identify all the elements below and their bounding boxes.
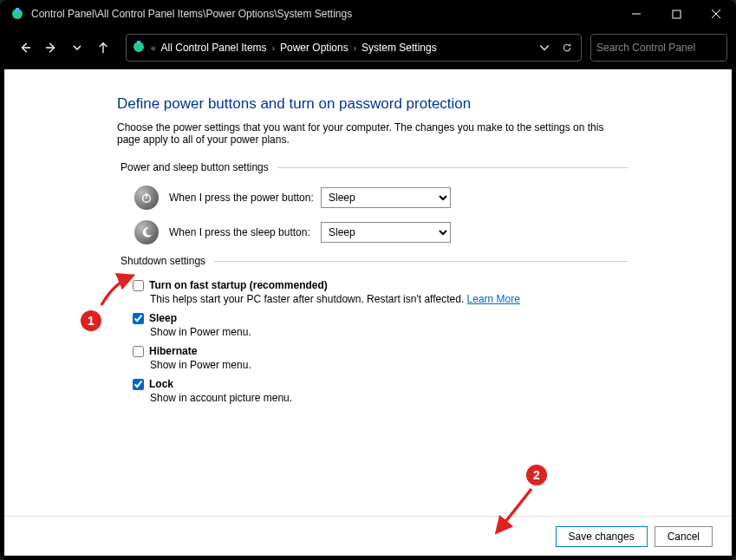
- lock-checkbox[interactable]: [133, 379, 144, 390]
- up-button[interactable]: [91, 36, 115, 60]
- page-title: Define power buttons and turn on passwor…: [117, 95, 628, 113]
- address-bar[interactable]: « All Control Panel Items › Power Option…: [126, 34, 582, 62]
- crumb-prefix-icon: «: [151, 43, 156, 53]
- breadcrumb-item[interactable]: All Control Panel Items: [161, 42, 267, 54]
- recent-locations-button[interactable]: [65, 36, 89, 60]
- section-power-sleep: Power and sleep button settings: [120, 161, 269, 173]
- power-button-select[interactable]: Sleep: [321, 187, 451, 208]
- minimize-button[interactable]: [616, 0, 656, 28]
- forward-button[interactable]: [39, 36, 63, 60]
- hibernate-checkbox[interactable]: [133, 346, 144, 357]
- back-button[interactable]: [13, 36, 37, 60]
- app-icon: [10, 7, 24, 21]
- lock-desc: Show in account picture menu.: [150, 392, 628, 404]
- maximize-button[interactable]: [656, 0, 696, 28]
- svg-rect-3: [673, 10, 681, 18]
- page-description: Choose the power settings that you want …: [117, 121, 628, 146]
- refresh-button[interactable]: [558, 42, 576, 53]
- breadcrumb-item[interactable]: System Settings: [361, 42, 437, 54]
- svg-rect-1: [16, 8, 19, 11]
- window-title: Control Panel\All Control Panel Items\Po…: [31, 8, 616, 20]
- lock-title: Lock: [149, 378, 173, 390]
- power-button-label: When I press the power button:: [169, 192, 321, 204]
- search-input[interactable]: [596, 42, 726, 54]
- divider: [277, 167, 628, 168]
- sleep-desc: Show in Power menu.: [150, 326, 628, 338]
- sleep-icon: [134, 220, 159, 244]
- sleep-button-label: When I press the sleep button:: [169, 226, 321, 238]
- fast-startup-checkbox[interactable]: [133, 280, 144, 291]
- sleep-title: Sleep: [149, 312, 177, 324]
- close-button[interactable]: [696, 0, 736, 28]
- chevron-right-icon: ›: [272, 43, 275, 53]
- section-shutdown: Shutdown settings: [120, 255, 205, 267]
- hibernate-desc: Show in Power menu.: [150, 359, 628, 371]
- divider: [214, 261, 628, 262]
- breadcrumb-item[interactable]: Power Options: [280, 42, 348, 54]
- fast-startup-desc: This helps start your PC faster after sh…: [150, 293, 467, 305]
- annotation-badge-2: 2: [524, 463, 549, 487]
- hibernate-title: Hibernate: [149, 345, 197, 357]
- learn-more-link[interactable]: Learn More: [467, 293, 520, 305]
- chevron-right-icon: ›: [354, 43, 356, 53]
- svg-rect-10: [137, 41, 140, 44]
- save-button[interactable]: Save changes: [556, 526, 648, 547]
- sleep-checkbox[interactable]: [133, 313, 144, 324]
- power-icon: [134, 186, 159, 210]
- location-icon: [132, 40, 146, 56]
- sleep-button-select[interactable]: Sleep: [321, 222, 451, 243]
- fast-startup-title: Turn on fast startup (recommended): [149, 279, 328, 291]
- cancel-button[interactable]: Cancel: [655, 526, 713, 547]
- previous-locations-button[interactable]: [536, 42, 553, 53]
- search-box[interactable]: [590, 34, 727, 62]
